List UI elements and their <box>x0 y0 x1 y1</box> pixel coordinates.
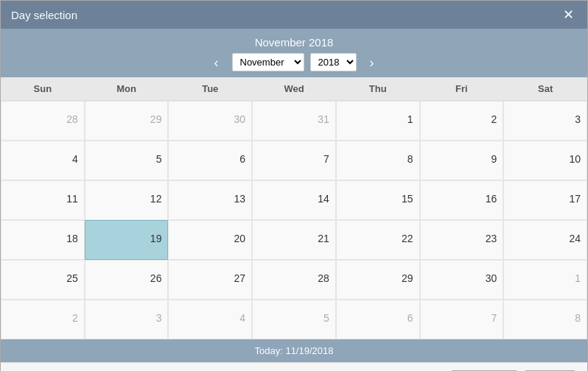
day-cell[interactable]: 1 <box>336 101 420 141</box>
calendar-header: November 2018 ‹ JanuaryFebruaryMarchApri… <box>1 29 587 77</box>
day-cell[interactable]: 29 <box>85 101 169 141</box>
dialog-footer: Cancel OK <box>1 362 587 371</box>
day-cell[interactable]: 28 <box>1 101 85 141</box>
day-cell[interactable]: 27 <box>168 260 252 300</box>
day-cell[interactable]: 1 <box>503 260 587 300</box>
day-cell[interactable]: 5 <box>85 141 169 180</box>
calendar-day-headers: SunMonTueWedThuFriSat <box>1 77 587 101</box>
dialog-title: Day selection <box>11 9 77 21</box>
day-cell[interactable]: 7 <box>420 300 504 339</box>
day-cell[interactable]: 28 <box>252 260 336 300</box>
day-cell[interactable]: 4 <box>168 300 252 339</box>
today-label: Today: 11/19/2018 <box>255 345 334 356</box>
prev-month-button[interactable]: ‹ <box>207 56 226 69</box>
day-cell[interactable]: 30 <box>420 260 504 300</box>
day-cell[interactable]: 5 <box>252 300 336 339</box>
day-cell[interactable]: 12 <box>85 180 169 220</box>
month-select[interactable]: JanuaryFebruaryMarchAprilMayJuneJulyAugu… <box>232 53 304 71</box>
next-month-button[interactable]: › <box>363 56 382 69</box>
calendar-body: SunMonTueWedThuFriSat 282930311234567891… <box>1 77 587 339</box>
day-header: Fri <box>420 77 504 101</box>
calendar-nav: ‹ JanuaryFebruaryMarchAprilMayJuneJulyAu… <box>1 53 587 71</box>
day-cell[interactable]: 26 <box>85 260 169 300</box>
day-cell[interactable]: 7 <box>252 141 336 180</box>
day-cell[interactable]: 30 <box>168 101 252 141</box>
day-cell[interactable]: 16 <box>420 180 504 220</box>
close-button[interactable]: ✕ <box>560 8 577 21</box>
month-year-title: November 2018 <box>1 36 587 49</box>
day-cell[interactable]: 22 <box>336 220 420 260</box>
day-cell[interactable]: 15 <box>336 180 420 220</box>
day-cell[interactable]: 3 <box>85 300 169 339</box>
day-selection-dialog: Day selection ✕ November 2018 ‹ JanuaryF… <box>0 0 588 371</box>
day-cell[interactable]: 11 <box>1 180 85 220</box>
day-cell[interactable]: 6 <box>336 300 420 339</box>
day-cell[interactable]: 29 <box>336 260 420 300</box>
day-cell[interactable]: 17 <box>503 180 587 220</box>
day-cell[interactable]: 20 <box>168 220 252 260</box>
day-cell[interactable]: 31 <box>252 101 336 141</box>
day-header: Thu <box>336 77 420 101</box>
day-cell[interactable]: 21 <box>252 220 336 260</box>
day-cell[interactable]: 9 <box>420 141 504 180</box>
day-cell[interactable]: 4 <box>1 141 85 180</box>
day-cell[interactable]: 25 <box>1 260 85 300</box>
day-cell[interactable]: 13 <box>168 180 252 220</box>
day-cell[interactable]: 24 <box>503 220 587 260</box>
day-cell[interactable]: 8 <box>336 141 420 180</box>
year-select[interactable]: 20162017201820192020 <box>310 53 357 71</box>
day-cell[interactable]: 6 <box>168 141 252 180</box>
dialog-titlebar: Day selection ✕ <box>1 1 587 29</box>
day-header: Wed <box>252 77 336 101</box>
day-cell[interactable]: 2 <box>1 300 85 339</box>
day-cell[interactable]: 2 <box>420 101 504 141</box>
day-header: Tue <box>168 77 252 101</box>
day-header: Mon <box>85 77 169 101</box>
day-cell[interactable]: 3 <box>503 101 587 141</box>
day-cell[interactable]: 14 <box>252 180 336 220</box>
day-cell[interactable]: 23 <box>420 220 504 260</box>
day-cell[interactable]: 8 <box>503 300 587 339</box>
day-cell[interactable]: 10 <box>503 141 587 180</box>
day-cell[interactable]: 19 <box>85 220 169 260</box>
today-footer: Today: 11/19/2018 <box>1 339 587 362</box>
day-header: Sat <box>503 77 587 101</box>
calendar-days[interactable]: 2829303112345678910111213141516171819202… <box>1 101 587 339</box>
day-header: Sun <box>1 77 85 101</box>
day-cell[interactable]: 18 <box>1 220 85 260</box>
